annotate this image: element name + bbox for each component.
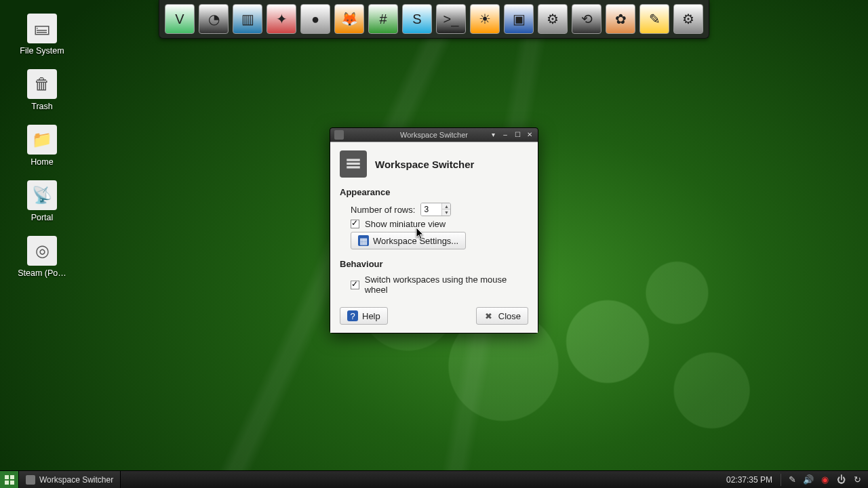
window-minimize-icon[interactable]: – <box>500 129 511 139</box>
dock-clementine-icon[interactable]: ☀ <box>470 4 500 34</box>
dock-firefox-icon[interactable]: 🦊 <box>334 4 364 34</box>
dock-audio-icon[interactable]: ● <box>300 4 330 34</box>
home-label: Home <box>31 157 53 167</box>
close-button[interactable]: ✖ Close <box>476 307 528 325</box>
dock-butterfly-icon[interactable]: ✿ <box>606 4 635 34</box>
workspace-switcher-dialog: Workspace Switcher ▾ – ☐ ✕ Workspace Swi… <box>330 127 538 333</box>
file-system-label: File System <box>20 46 64 56</box>
window-menu-icon[interactable] <box>334 130 344 140</box>
workspace-settings-button[interactable]: ▦ Workspace Settings... <box>351 232 466 249</box>
dock-skype-icon[interactable]: S <box>402 4 432 34</box>
dialog-titlebar[interactable]: Workspace Switcher ▾ – ☐ ✕ <box>330 128 538 142</box>
trash-icon: 🗑 <box>27 69 57 99</box>
taskbar-separator <box>781 474 781 486</box>
help-button[interactable]: ? Help <box>340 307 388 325</box>
taskbar-task-active[interactable]: Workspace Switcher <box>19 471 121 488</box>
appearance-section-title: Appearance <box>340 187 528 197</box>
svg-rect-3 <box>5 475 9 479</box>
svg-rect-5 <box>5 481 9 485</box>
behaviour-section-title: Behaviour <box>340 259 528 269</box>
wheel-checkbox[interactable] <box>351 281 359 289</box>
workspace-settings-icon: ▦ <box>358 235 369 246</box>
dialog-heading: Workspace Switcher <box>375 159 474 170</box>
svg-rect-4 <box>10 475 14 479</box>
dialog-body: Workspace Switcher Appearance Number of … <box>330 142 538 333</box>
svg-rect-0 <box>347 159 360 161</box>
rows-input[interactable] <box>421 203 441 216</box>
window-close-icon[interactable]: ✕ <box>524 129 535 139</box>
tray-update-icon[interactable]: ◉ <box>819 474 830 485</box>
dock-vim-icon[interactable]: V <box>165 4 195 34</box>
desktop-icon-home[interactable]: 📁Home <box>15 125 69 167</box>
help-icon: ? <box>347 310 358 321</box>
dock-hexchat-icon[interactable]: # <box>368 4 398 34</box>
dock-notes-icon[interactable]: ✎ <box>639 4 669 34</box>
svg-rect-2 <box>347 166 360 168</box>
desktop-icons: 🖴File System🗑Trash📁Home📡Portal◎Steam (Po… <box>15 14 69 278</box>
dock-virtualbox-icon[interactable]: ▥ <box>233 4 262 34</box>
task-app-icon <box>26 475 35 485</box>
miniature-checkbox[interactable] <box>351 220 359 228</box>
rows-spinner[interactable]: ▲ ▼ <box>420 203 451 216</box>
dock-screenshot-icon[interactable]: ▣ <box>504 4 534 34</box>
file-system-icon: 🖴 <box>27 14 57 43</box>
desktop-icon-steam[interactable]: ◎Steam (Po… <box>15 236 69 278</box>
dock-steam-icon[interactable]: ◔ <box>199 4 229 34</box>
rows-step-down-icon[interactable]: ▼ <box>442 209 450 216</box>
dock-settings-icon[interactable]: ⚙ <box>538 4 568 34</box>
start-menu-button[interactable] <box>0 471 19 488</box>
help-label: Help <box>362 311 380 321</box>
rows-step-up-icon[interactable]: ▲ <box>442 203 450 209</box>
svg-rect-6 <box>10 481 14 485</box>
miniature-label: Show miniature view <box>365 219 446 229</box>
rows-label: Number of rows: <box>351 205 415 215</box>
tray-volume-icon[interactable]: 🔊 <box>803 474 814 485</box>
wheel-label: Switch workspaces using the mouse wheel <box>365 274 528 295</box>
dock-python-icon[interactable]: ⟲ <box>572 4 601 34</box>
portal-icon: 📡 <box>27 180 57 210</box>
trash-label: Trash <box>31 102 53 111</box>
close-label: Close <box>498 311 521 321</box>
desktop: V◔▥✦●🦊#S>_☀▣⚙⟲✿✎⚙ 🖴File System🗑Trash📁Hom… <box>0 0 868 488</box>
svg-rect-1 <box>347 163 360 165</box>
tray-power-icon[interactable]: ⏻ <box>835 474 846 485</box>
task-title: Workspace Switcher <box>39 475 113 485</box>
dialog-titlebar-text: Workspace Switcher <box>400 131 468 139</box>
workspace-settings-label: Workspace Settings... <box>373 236 458 246</box>
desktop-icon-file-system[interactable]: 🖴File System <box>15 14 69 56</box>
dock-terminal-icon[interactable]: >_ <box>436 4 466 34</box>
dock-transmission-icon[interactable]: ✦ <box>267 4 296 34</box>
dock-panel: V◔▥✦●🦊#S>_☀▣⚙⟲✿✎⚙ <box>159 0 709 39</box>
close-icon: ✖ <box>484 310 494 321</box>
tray-network-icon[interactable]: ✎ <box>787 474 797 485</box>
taskbar-clock[interactable]: 02:37:35 PM <box>726 475 772 485</box>
portal-label: Portal <box>31 213 54 222</box>
home-icon: 📁 <box>27 125 57 155</box>
tray-logout-icon[interactable]: ↻ <box>852 474 863 485</box>
desktop-icon-portal[interactable]: 📡Portal <box>15 180 69 222</box>
dock-settings-2-icon[interactable]: ⚙ <box>673 4 703 34</box>
steam-icon: ◎ <box>27 236 57 266</box>
desktop-icon-trash[interactable]: 🗑Trash <box>15 69 69 111</box>
window-maximize-icon[interactable]: ☐ <box>512 129 523 139</box>
window-stick-icon[interactable]: ▾ <box>488 129 498 139</box>
steam-label: Steam (Po… <box>18 268 66 278</box>
workspace-switcher-icon <box>340 150 367 178</box>
taskbar: Workspace Switcher 02:37:35 PM ✎ 🔊 ◉ ⏻ ↻ <box>0 470 868 488</box>
